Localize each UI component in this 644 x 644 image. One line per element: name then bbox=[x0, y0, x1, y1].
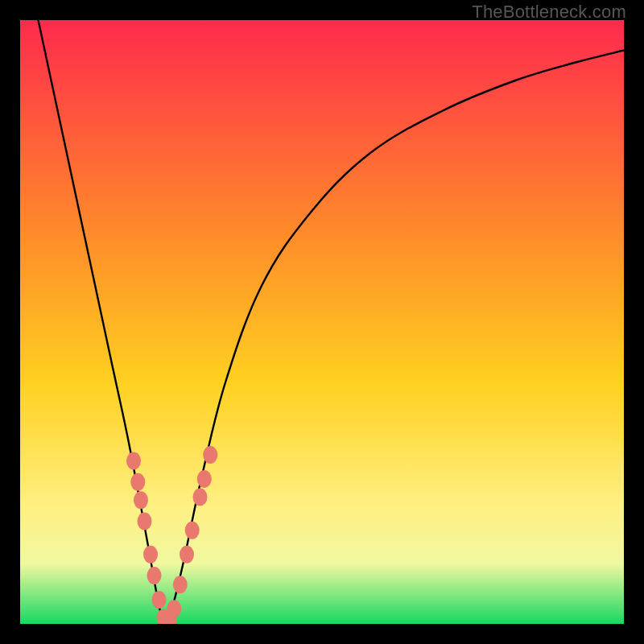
data-dot bbox=[134, 491, 148, 509]
chart-frame bbox=[20, 20, 624, 624]
gradient-background bbox=[20, 20, 624, 624]
data-dot bbox=[126, 452, 141, 470]
data-dot bbox=[173, 576, 188, 593]
data-dot bbox=[167, 600, 181, 617]
data-dot bbox=[143, 546, 158, 564]
data-dot bbox=[180, 546, 194, 564]
data-dot bbox=[197, 470, 212, 488]
data-dot bbox=[130, 473, 145, 491]
data-dot bbox=[203, 446, 217, 464]
data-dot bbox=[185, 522, 200, 539]
data-dot bbox=[147, 567, 162, 584]
data-dot bbox=[193, 489, 208, 506]
data-dot bbox=[138, 513, 152, 530]
bottleneck-chart bbox=[20, 20, 624, 624]
data-dot bbox=[152, 591, 167, 609]
